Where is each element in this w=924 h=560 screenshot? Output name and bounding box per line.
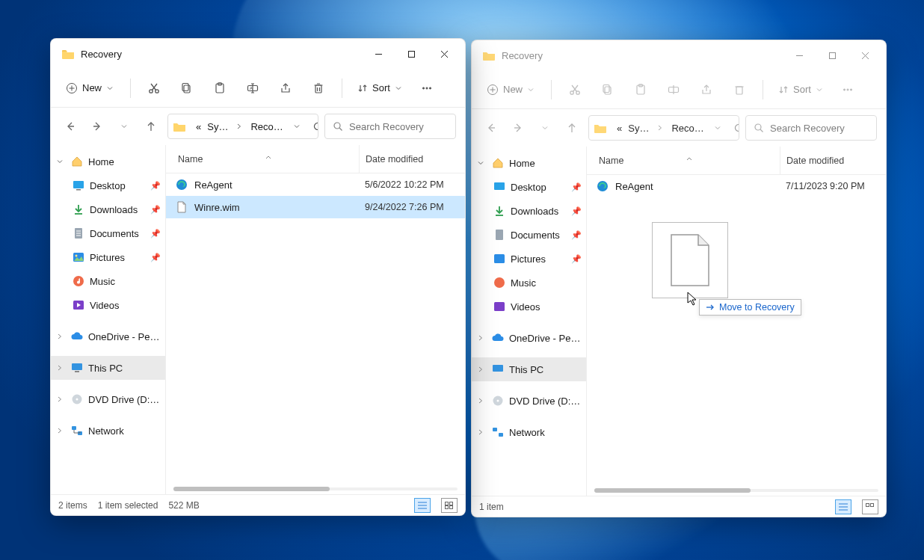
recent-button[interactable]: [114, 114, 135, 138]
file-row[interactable]: ReAgent 5/6/2022 10:22 PM: [166, 173, 465, 196]
horizontal-scrollbar[interactable]: [587, 485, 886, 496]
sidebar-item-onedrive[interactable]: OneDrive - Personal: [51, 324, 165, 348]
pictures-icon: [72, 250, 85, 264]
sort-button[interactable]: Sort: [351, 78, 408, 98]
chevron-right-icon[interactable]: [54, 428, 66, 434]
recent-button[interactable]: [535, 116, 555, 140]
more-button[interactable]: [413, 76, 441, 101]
column-header-name[interactable]: Name: [599, 156, 780, 166]
titlebar[interactable]: Recovery: [472, 40, 886, 70]
sidebar-item-videos[interactable]: Videos: [472, 295, 586, 319]
titlebar[interactable]: Recovery: [51, 39, 465, 69]
share-button[interactable]: [271, 76, 300, 101]
sidebar-item-desktop[interactable]: Desktop📌: [51, 173, 165, 197]
share-button[interactable]: [692, 77, 721, 102]
sidebar-item-pictures[interactable]: Pictures📌: [472, 247, 586, 271]
file-date: 7/11/2023 9:20 PM: [780, 181, 886, 191]
breadcrumb[interactable]: « Sy… Reco…: [588, 115, 739, 141]
toolbar: New A Sort: [51, 69, 465, 108]
column-header-date[interactable]: Date modified: [359, 145, 465, 173]
up-button[interactable]: [561, 116, 582, 140]
view-details-button[interactable]: [835, 499, 851, 514]
sidebar-item-documents[interactable]: Documents📌: [472, 223, 586, 247]
minimize-button[interactable]: [362, 43, 395, 65]
file-row[interactable]: Winre.wim 9/24/2022 7:26 PM: [166, 196, 465, 218]
chevron-down-icon[interactable]: [287, 120, 307, 133]
column-header-date[interactable]: Date modified: [780, 147, 886, 174]
horizontal-scrollbar[interactable]: [166, 484, 465, 494]
column-header-name[interactable]: Name: [178, 154, 359, 164]
refresh-button[interactable]: [308, 118, 318, 135]
search-box[interactable]: [745, 115, 877, 141]
chevron-right-icon[interactable]: [653, 122, 668, 134]
up-button[interactable]: [141, 114, 161, 138]
chevron-down-icon[interactable]: [54, 158, 66, 165]
search-input[interactable]: [770, 123, 887, 134]
sidebar-item-videos[interactable]: Videos: [51, 293, 165, 317]
paste-button[interactable]: [206, 76, 234, 101]
sidebar-item-network[interactable]: Network: [51, 419, 165, 443]
search-box[interactable]: [324, 114, 456, 139]
close-button[interactable]: [428, 43, 461, 65]
rename-button[interactable]: A: [238, 76, 267, 101]
new-button[interactable]: New: [58, 78, 121, 99]
svg-point-86: [843, 88, 845, 90]
chevron-right-icon[interactable]: [232, 120, 247, 132]
breadcrumb-seg[interactable]: Sy…: [205, 118, 230, 135]
delete-button[interactable]: [725, 77, 754, 102]
new-button[interactable]: New: [479, 79, 542, 100]
breadcrumb-seg[interactable]: Reco…: [248, 118, 285, 135]
sidebar-item-dvd[interactable]: DVD Drive (D:) CCCO: [51, 387, 165, 411]
svg-point-27: [422, 87, 424, 88]
breadcrumb-seg[interactable]: Reco…: [669, 120, 706, 137]
cut-button[interactable]: [561, 77, 589, 102]
minimize-button[interactable]: [783, 44, 816, 67]
sidebar-item-home[interactable]: Home: [472, 151, 586, 175]
svg-point-92: [755, 124, 761, 130]
sidebar-item-music[interactable]: Music: [472, 271, 586, 295]
maximize-button[interactable]: [816, 44, 848, 67]
view-large-button[interactable]: [862, 499, 878, 514]
forward-button[interactable]: [87, 114, 108, 138]
statusbar: 2 items 1 item selected 522 MB: [51, 494, 465, 515]
view-large-button[interactable]: [441, 498, 458, 513]
sidebar-item-onedrive[interactable]: OneDrive - Personal: [472, 326, 586, 350]
close-button[interactable]: [848, 44, 881, 67]
search-input[interactable]: [349, 121, 466, 132]
chevron-right-icon[interactable]: [54, 333, 66, 339]
chevron-down-icon: [395, 84, 402, 92]
cut-button[interactable]: [140, 76, 168, 101]
sidebar-item-desktop[interactable]: Desktop📌: [472, 175, 586, 199]
breadcrumb-seg[interactable]: Sy…: [626, 120, 651, 137]
sidebar-item-documents[interactable]: Documents📌: [51, 221, 165, 245]
more-button[interactable]: [834, 77, 862, 102]
copy-button[interactable]: [594, 77, 622, 102]
sidebar-item-home[interactable]: Home: [51, 150, 165, 173]
paste-button[interactable]: [626, 77, 655, 102]
copy-button[interactable]: [173, 76, 201, 101]
chevron-right-icon[interactable]: [54, 365, 66, 371]
breadcrumb[interactable]: « Sy… Reco…: [167, 114, 318, 139]
svg-point-99: [494, 277, 505, 288]
back-button[interactable]: [481, 116, 502, 140]
view-details-button[interactable]: [414, 498, 431, 513]
sidebar-item-music[interactable]: Music: [51, 269, 165, 293]
svg-rect-52: [72, 426, 76, 430]
forward-button[interactable]: [508, 116, 529, 140]
sidebar-item-downloads[interactable]: Downloads📌: [51, 197, 165, 221]
chevron-down-icon[interactable]: [708, 121, 727, 135]
chevron-right-icon[interactable]: [54, 396, 66, 402]
sidebar-item-downloads[interactable]: Downloads📌: [472, 199, 586, 223]
delete-button[interactable]: [304, 76, 333, 101]
sort-button[interactable]: Sort: [772, 79, 829, 99]
sidebar-item-thispc[interactable]: This PC: [472, 357, 586, 381]
sidebar-item-thispc[interactable]: This PC: [51, 356, 165, 380]
sidebar-item-pictures[interactable]: Pictures📌: [51, 245, 165, 269]
back-button[interactable]: [60, 114, 81, 138]
sidebar-item-network[interactable]: Network: [472, 420, 586, 444]
file-row[interactable]: ReAgent 7/11/2023 9:20 PM: [587, 175, 886, 197]
rename-button[interactable]: [659, 77, 688, 102]
refresh-button[interactable]: [729, 120, 739, 136]
sidebar-item-dvd[interactable]: DVD Drive (D:) CCCO: [472, 389, 586, 413]
maximize-button[interactable]: [395, 43, 428, 65]
